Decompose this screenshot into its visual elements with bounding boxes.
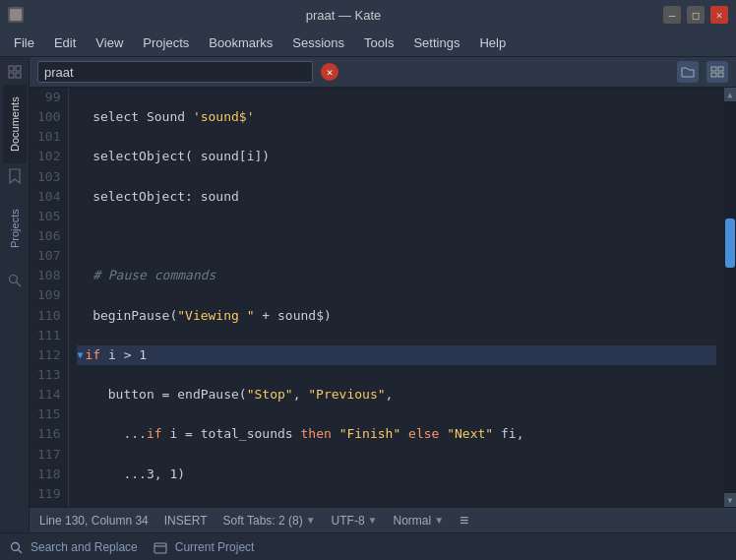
main-area: Documents Projects ✕: [0, 57, 736, 532]
svg-line-12: [19, 550, 23, 554]
minimize-button[interactable]: —: [663, 6, 681, 24]
sidebar: Documents Projects: [0, 57, 30, 532]
code-line: ...if i = total_sounds then "Finish" els…: [77, 424, 716, 444]
maximize-button[interactable]: □: [687, 6, 705, 24]
svg-rect-0: [10, 9, 22, 21]
tab-settings: Soft Tabs: 2 (8) ▼: [223, 514, 316, 528]
svg-rect-3: [9, 73, 14, 78]
scroll-track[interactable]: [724, 101, 736, 493]
project-icon: [153, 539, 167, 554]
view-mode-dropdown-arrow: ▼: [434, 515, 444, 526]
code-line: selectObject( sound[i]): [77, 147, 716, 166]
svg-line-6: [16, 282, 21, 287]
tabs-dropdown-arrow: ▼: [306, 515, 316, 526]
menu-projects[interactable]: Projects: [133, 31, 199, 54]
menu-file[interactable]: File: [4, 31, 44, 54]
bottom-bar: Search and Replace Current Project: [0, 532, 736, 560]
code-editor: 99 100 101 102 103 104 105 106 107 108 1…: [30, 88, 736, 507]
view-mode-setting: Normal ▼: [394, 514, 445, 528]
svg-rect-7: [711, 67, 716, 71]
code-line: button = endPause("Stop", "Previous",: [77, 385, 716, 404]
code-line: [77, 226, 716, 246]
window-controls: — □ ✕: [663, 6, 728, 24]
svg-rect-2: [16, 66, 21, 71]
svg-rect-10: [718, 73, 723, 77]
code-line: ...3, 1): [77, 465, 716, 484]
search-close-button[interactable]: ✕: [321, 63, 338, 81]
menu-settings[interactable]: Settings: [403, 31, 469, 54]
window-icon: [8, 7, 24, 23]
menu-sessions[interactable]: Sessions: [282, 31, 354, 54]
line-numbers: 99 100 101 102 103 104 105 106 107 108 1…: [30, 88, 69, 507]
svg-rect-8: [718, 67, 723, 71]
search-replace-item[interactable]: Search and Replace: [10, 539, 138, 554]
menu-edit[interactable]: Edit: [44, 31, 86, 54]
sidebar-icon-search: [4, 270, 26, 291]
lines-icon[interactable]: ≡: [460, 512, 468, 529]
window-title: praat — Kate: [306, 8, 382, 23]
menu-tools[interactable]: Tools: [354, 31, 403, 54]
encoding-dropdown-arrow: ▼: [368, 515, 378, 526]
svg-point-11: [12, 543, 20, 551]
encoding-dropdown[interactable]: UTF-8 ▼: [332, 514, 378, 528]
encoding-setting: UTF-8 ▼: [332, 514, 378, 528]
editor-mode: INSERT: [164, 514, 208, 528]
sidebar-icon-bookmark: [4, 165, 26, 187]
current-project-item[interactable]: Current Project: [153, 539, 255, 554]
code-line: selectObject: sound: [77, 187, 716, 207]
editor-area: ✕ 99 100 101: [30, 57, 736, 532]
code-line: # Pause commands: [77, 266, 716, 285]
title-bar: praat — Kate — □ ✕: [0, 0, 736, 30]
code-line: beginPause("Viewing " + sound$): [77, 306, 716, 326]
scroll-down-button[interactable]: ▼: [724, 493, 736, 507]
code-content[interactable]: select Sound 'sound$' selectObject( soun…: [69, 88, 724, 507]
svg-rect-9: [711, 73, 716, 77]
view-mode-dropdown[interactable]: Normal ▼: [394, 514, 445, 528]
current-project-label: Current Project: [175, 540, 255, 554]
tabs-dropdown[interactable]: Soft Tabs: 2 (8) ▼: [223, 514, 316, 528]
menu-help[interactable]: Help: [469, 31, 516, 54]
code-line: ▼if i > 1: [77, 345, 716, 365]
close-button[interactable]: ✕: [710, 6, 728, 24]
menu-bookmarks[interactable]: Bookmarks: [199, 31, 282, 54]
grid-icon[interactable]: [706, 61, 728, 83]
search-input[interactable]: [37, 61, 313, 83]
sidebar-tab-documents[interactable]: Documents: [3, 85, 27, 163]
sidebar-tab-projects[interactable]: Projects: [3, 189, 27, 268]
scrollbar[interactable]: ▲ ▼: [724, 88, 736, 507]
search-replace-label: Search and Replace: [31, 540, 138, 554]
menu-bar: File Edit View Projects Bookmarks Sessio…: [0, 30, 736, 57]
svg-point-5: [9, 276, 17, 283]
code-line: select Sound 'sound$': [77, 107, 716, 127]
open-folder-icon[interactable]: [677, 61, 699, 83]
cursor-position: Line 130, Column 34: [39, 514, 149, 528]
sidebar-icon-top: [4, 61, 26, 83]
search-icon: [10, 539, 23, 554]
scroll-up-button[interactable]: ▲: [724, 88, 736, 101]
svg-rect-13: [154, 543, 166, 553]
menu-view[interactable]: View: [86, 31, 133, 54]
status-bar: Line 130, Column 34 INSERT Soft Tabs: 2 …: [30, 507, 736, 532]
svg-rect-1: [9, 66, 14, 71]
svg-rect-4: [16, 73, 21, 78]
scroll-thumb[interactable]: [725, 218, 735, 268]
search-bar: ✕: [30, 57, 736, 88]
